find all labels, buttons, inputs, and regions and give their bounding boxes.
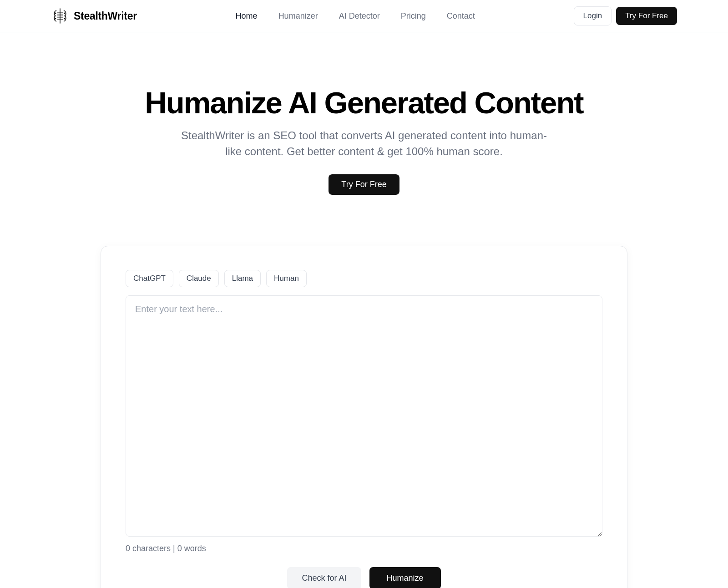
login-button[interactable]: Login [574, 6, 612, 25]
brand-logo[interactable]: StealthWriter [51, 7, 137, 25]
site-header: StealthWriter Home Humanizer AI Detector… [0, 0, 728, 32]
nav-pricing[interactable]: Pricing [401, 11, 426, 21]
char-word-counter: 0 characters | 0 words [126, 544, 602, 553]
chip-human[interactable]: Human [266, 270, 307, 287]
svg-point-0 [55, 13, 56, 14]
content-textarea[interactable] [126, 295, 602, 537]
svg-point-3 [64, 18, 66, 20]
nav-humanizer[interactable]: Humanizer [278, 11, 318, 21]
hero-title: Humanize AI Generated Content [0, 87, 728, 119]
chip-llama[interactable]: Llama [224, 270, 261, 287]
brand-name: StealthWriter [74, 10, 137, 22]
primary-nav: Home Humanizer AI Detector Pricing Conta… [236, 11, 475, 21]
nav-home[interactable]: Home [236, 11, 258, 21]
svg-point-1 [55, 18, 56, 20]
header-actions: Login Try For Free [574, 6, 677, 25]
action-row: Check for AI Humanize [126, 567, 602, 588]
brain-logo-icon [51, 7, 69, 25]
nav-contact[interactable]: Contact [447, 11, 475, 21]
hero-cta-button[interactable]: Try For Free [329, 174, 399, 195]
editor-card: ChatGPT Claude Llama Human 0 characters … [101, 246, 627, 588]
hero-section: Humanize AI Generated Content StealthWri… [0, 32, 728, 213]
hero-subtitle: StealthWriter is an SEO tool that conver… [177, 128, 551, 160]
sample-chips: ChatGPT Claude Llama Human [126, 270, 602, 287]
check-ai-button[interactable]: Check for AI [287, 567, 361, 588]
header-cta-button[interactable]: Try For Free [616, 7, 677, 25]
chip-chatgpt[interactable]: ChatGPT [126, 270, 173, 287]
svg-point-2 [64, 13, 66, 14]
nav-ai-detector[interactable]: AI Detector [339, 11, 380, 21]
humanize-button[interactable]: Humanize [369, 567, 441, 588]
chip-claude[interactable]: Claude [179, 270, 219, 287]
